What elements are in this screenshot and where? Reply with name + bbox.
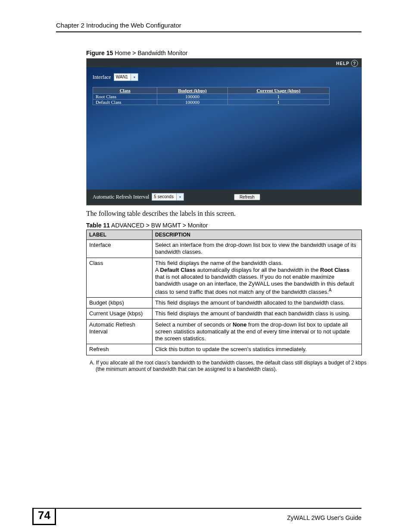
figure-caption: Figure 15 Home > Bandwidth Monitor (86, 50, 361, 56)
help-label: HELP (336, 61, 349, 66)
desc-text: This field displays the amount of bandwi… (153, 298, 362, 308)
chapter-header: Chapter 2 Introducing the Web Configurat… (56, 22, 361, 32)
interface-select[interactable]: WAN1 ▾ (114, 73, 139, 81)
desc-header-label: LABEL (87, 230, 153, 240)
table-row: Default Class 100000 1 (93, 100, 330, 105)
cell-budget: 100000 (157, 100, 227, 105)
desc-line: A Default Class automatically displays f… (155, 267, 359, 296)
refresh-interval-select[interactable]: 5 seconds ▾ (152, 193, 184, 201)
table-row: Automatic Refresh Interval Select a numb… (87, 319, 362, 344)
col-usage: Current Usage (kbps) (227, 87, 329, 94)
guide-title: ZyWALL 2WG User's Guide (287, 514, 361, 521)
table-row: Current Usage (kbps) This field displays… (87, 308, 362, 319)
cell-class: Root Class (93, 94, 157, 100)
figure-title: Home > Bandwidth Monitor (113, 50, 187, 56)
desc-label: Budget (kbps) (87, 298, 153, 308)
interface-row: Interface WAN1 ▾ (93, 73, 355, 81)
desc-text: Select a number of seconds or None from … (153, 319, 362, 344)
desc-text: Select an interface from the drop-down l… (153, 240, 362, 258)
interface-select-value: WAN1 (114, 74, 131, 81)
bandwidth-table: Class Budget (kbps) Current Usage (kbps)… (93, 87, 330, 105)
chevron-down-icon: ▾ (131, 74, 138, 81)
table-row: Root Class 100000 1 (93, 94, 330, 100)
desc-line: This field displays the name of the band… (155, 260, 359, 267)
interface-label: Interface (93, 74, 111, 81)
table-caption: Table 11 ADVANCED > BW MGMT > Monitor (86, 222, 361, 229)
table-number: Table 11 (86, 222, 110, 229)
col-class: Class (93, 87, 157, 94)
figure-number: Figure 15 (86, 50, 113, 56)
table-title: ADVANCED > BW MGMT > Monitor (110, 222, 208, 229)
chevron-down-icon: ▾ (176, 193, 184, 200)
cell-usage: 1 (227, 100, 329, 105)
desc-label: Refresh (87, 344, 153, 355)
desc-text: This field displays the amount of bandwi… (153, 308, 362, 319)
screenshot-footer: Automatic Refresh Interval 5 seconds ▾ R… (87, 190, 361, 205)
body-text: The following table describes the labels… (86, 210, 361, 218)
page-number: 74 (32, 509, 56, 525)
page-footer: 74 ZyWALL 2WG User's Guide (0, 508, 411, 525)
desc-label: Interface (87, 240, 153, 258)
table-header-row: Class Budget (kbps) Current Usage (kbps) (93, 87, 330, 94)
footnote-ref: A (329, 288, 332, 292)
screenshot-panel: HELP ? Interface WAN1 ▾ Class Budget (kb… (86, 58, 362, 205)
desc-text: Click this button to update the screen's… (153, 344, 362, 355)
col-budget: Budget (kbps) (157, 87, 227, 94)
footnote: A. If you allocate all the root class's … (86, 360, 371, 373)
cell-class: Default Class (93, 100, 157, 105)
desc-text: This field displays the name of the band… (153, 258, 362, 298)
cell-budget: 100000 (157, 94, 227, 100)
desc-header-description: DESCRIPTION (153, 230, 362, 240)
description-table: LABEL DESCRIPTION Interface Select an in… (86, 230, 362, 355)
refresh-button[interactable]: Refresh (234, 194, 260, 200)
desc-label: Class (87, 258, 153, 298)
table-row: Interface Select an interface from the d… (87, 240, 362, 258)
table-row: Budget (kbps) This field displays the am… (87, 298, 362, 308)
screenshot-titlebar: HELP ? (87, 59, 361, 67)
help-link[interactable]: HELP ? (336, 60, 358, 67)
desc-label: Current Usage (kbps) (87, 308, 153, 319)
refresh-interval-value: 5 seconds (152, 193, 176, 200)
table-row: Refresh Click this button to update the … (87, 344, 362, 355)
help-icon: ? (351, 60, 358, 67)
table-row: Class This field displays the name of th… (87, 258, 362, 298)
refresh-interval-label: Automatic Refresh Interval (93, 194, 149, 200)
desc-label: Automatic Refresh Interval (87, 319, 153, 344)
cell-usage: 1 (227, 94, 329, 100)
